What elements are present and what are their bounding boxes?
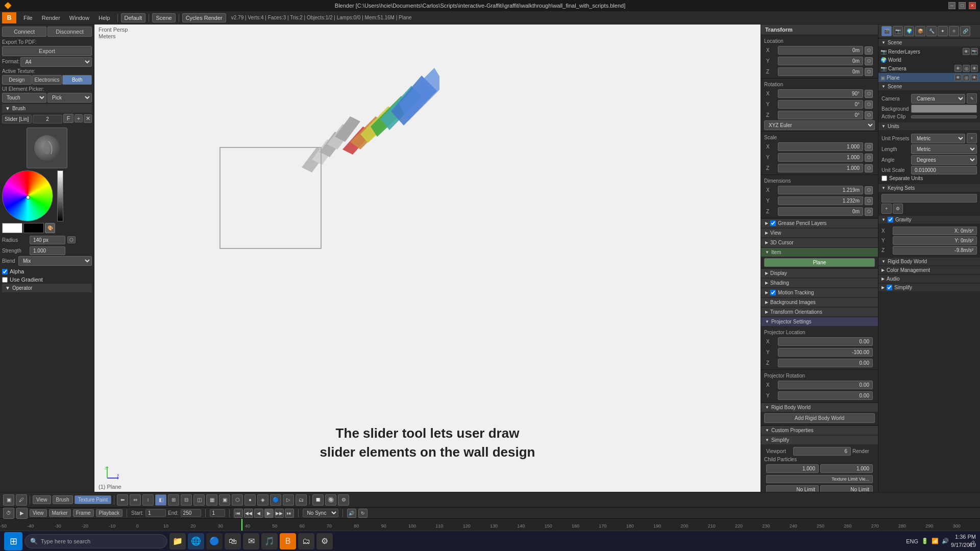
taskbar-app-edge[interactable]: 🌐 <box>188 533 204 549</box>
render-engine-selector[interactable]: Cycles Render <box>182 13 226 22</box>
grav-x-field[interactable]: X: 0m/s² <box>893 227 977 235</box>
item-plane-field[interactable]: Plane <box>764 258 875 267</box>
units-collapse[interactable]: ▼ Units <box>878 122 980 130</box>
tool-2-icon[interactable]: ⇔ <box>130 494 141 506</box>
shading-collapse[interactable]: ▶ Shading <box>761 279 878 287</box>
dim-z-field[interactable]: 0m <box>778 207 863 216</box>
scale-y-field[interactable]: 1.000 <box>778 153 863 162</box>
operator-section-header[interactable]: ▼ Operator <box>2 284 92 292</box>
grease-pencil-layers-collapse[interactable]: ▶ Grease Pencil Layers <box>761 219 878 228</box>
render-layers-icon[interactable]: 📷 <box>893 26 903 36</box>
simplify-cb[interactable] <box>887 285 892 290</box>
tl-marker-btn[interactable]: Marker <box>49 509 71 517</box>
rot-z-icon[interactable]: ⬡ <box>865 111 873 119</box>
grav-y-field[interactable]: Y: 0m/s² <box>893 236 977 245</box>
brush-section-header[interactable]: ▼ Brush <box>2 104 92 113</box>
radius-field[interactable]: 140 px <box>30 236 65 244</box>
scene-tab-icon[interactable]: 🎬 <box>881 26 892 36</box>
radius-icon[interactable]: ⬡ <box>67 236 76 243</box>
start-button[interactable]: ⊞ <box>4 532 22 550</box>
menu-render[interactable]: Render <box>38 14 64 22</box>
tool-9-icon[interactable]: ▣ <box>219 494 230 506</box>
taskbar-app-media[interactable]: 🎵 <box>261 533 278 549</box>
strength-field[interactable]: 1.000 <box>30 246 65 255</box>
tool-14-icon[interactable]: ▷ <box>283 494 294 506</box>
rot-x-icon[interactable]: ⬡ <box>865 90 873 98</box>
projector-settings-collapse[interactable]: ▼ Projector Settings <box>761 317 878 326</box>
brightness-slider[interactable] <box>57 170 63 221</box>
color-wheel-dot[interactable] <box>26 195 30 199</box>
ks-add-icon[interactable]: + <box>881 204 892 214</box>
taskbar-app-chrome[interactable]: 🔵 <box>206 533 223 549</box>
item-collapse[interactable]: ▼ Item <box>761 248 878 257</box>
tab-electronics[interactable]: Electronics <box>32 75 62 85</box>
particles-icon[interactable]: ✦ <box>938 26 948 36</box>
rl-cam-icon[interactable]: 📷 <box>971 48 978 55</box>
scale-x-icon[interactable]: ⬡ <box>865 143 873 151</box>
tool-13-icon[interactable]: 🔵 <box>270 494 281 506</box>
motion-tracking-collapse[interactable]: ▶ Motion Tracking <box>761 288 878 297</box>
loc-x-icon[interactable]: ⬡ <box>865 46 873 55</box>
rotation-mode-select[interactable]: XYZ Euler <box>764 120 875 130</box>
plane-vis-icon[interactable]: 👁 <box>971 74 978 81</box>
plane-eye-icon[interactable]: 👁 <box>954 74 962 81</box>
constraints-icon[interactable]: 🔗 <box>960 26 970 36</box>
tool-8-icon[interactable]: ▦ <box>206 494 217 506</box>
custom-props-collapse[interactable]: ▼ Custom Properties <box>761 426 878 435</box>
vp-num[interactable]: 6 <box>793 447 851 456</box>
scene-props-collapse[interactable]: ▼ Scene <box>878 83 980 90</box>
scale-x-field[interactable]: 1.000 <box>778 142 863 151</box>
taskbar-app-misc2[interactable]: ⚙ <box>316 533 333 549</box>
us-field[interactable]: 0.010000 <box>911 166 977 174</box>
timeline-ruler[interactable]: -50-40-30-20-100102030405060708090100110… <box>0 519 980 531</box>
color-mgmt-collapse[interactable]: ▶ Color Management <box>878 266 980 274</box>
angle-select[interactable]: Degrees <box>911 155 977 165</box>
proj-rot-x-field[interactable]: 0.00 <box>778 381 873 389</box>
color-picker-icon[interactable]: 🎨 <box>45 223 55 233</box>
brush-num-field[interactable]: 2 <box>33 115 62 123</box>
pick-select[interactable]: Pick <box>47 93 92 103</box>
tool-6-icon[interactable]: ⊟ <box>181 494 192 506</box>
dim-y-icon[interactable]: ⬡ <box>865 197 873 205</box>
tool-7-icon[interactable]: ◫ <box>193 494 205 506</box>
minimize-button[interactable]: ─ <box>948 2 955 9</box>
taskbar-app-blender[interactable]: B <box>280 533 296 549</box>
rot-y-icon[interactable]: ⬡ <box>865 101 873 109</box>
object-icon[interactable]: 📦 <box>915 26 925 36</box>
loc-y-icon[interactable]: ⬡ <box>865 57 873 65</box>
transform-orientations-collapse[interactable]: ▶ Transform Orientations <box>761 308 878 316</box>
play-back-btn[interactable]: ◀ <box>254 509 263 518</box>
rot-y-field[interactable]: 0° <box>778 100 863 109</box>
tl-view-btn[interactable]: View <box>30 509 47 517</box>
proj-y-field[interactable]: -100.00 <box>778 348 873 357</box>
keying-sets-input[interactable] <box>881 194 977 203</box>
touch-select[interactable]: Touch <box>2 93 46 103</box>
tl-frame-btn[interactable]: Frame <box>73 509 94 517</box>
mt-checkbox[interactable] <box>770 290 776 295</box>
jump-start-btn[interactable]: ⏮ <box>234 509 243 518</box>
3dcursor-collapse[interactable]: ▶ 3D Cursor <box>761 238 878 247</box>
step-forward-btn[interactable]: ▶▶ <box>275 509 284 518</box>
tool-12-icon[interactable]: ◈ <box>257 494 268 506</box>
tool-5-icon[interactable]: ⊞ <box>168 494 179 506</box>
export-button[interactable]: Export <box>2 46 92 56</box>
tex-limit-1[interactable]: Texture Limit Vie... <box>766 475 873 483</box>
tab-both[interactable]: Both <box>62 75 92 85</box>
loc-x-field[interactable]: 0m <box>778 46 863 55</box>
grav-z-field[interactable]: -9.8m/s² <box>893 246 977 255</box>
connect-button[interactable]: Connect <box>2 27 46 37</box>
dim-x-field[interactable]: 1.219m <box>778 186 863 194</box>
menu-file[interactable]: File <box>19 14 37 22</box>
simplify-collapse2[interactable]: ▶ Simplify <box>878 284 980 291</box>
start-input[interactable] <box>145 509 166 517</box>
tool-10-icon[interactable]: ⬡ <box>232 494 243 506</box>
menu-help[interactable]: Help <box>94 14 114 22</box>
play-btn[interactable]: ▶ <box>264 509 274 518</box>
plane-sel-icon[interactable]: ◎ <box>963 74 970 81</box>
physics-icon[interactable]: ⚛ <box>949 26 959 36</box>
bg-images-collapse[interactable]: ▶ Background Images <box>761 298 878 307</box>
taskbar-app-mail[interactable]: ✉ <box>243 533 259 549</box>
brush-del-btn[interactable]: ✕ <box>84 114 92 123</box>
proj-x-field[interactable]: 0.00 <box>778 337 873 346</box>
screen-layout-selector[interactable]: Default <box>121 13 146 22</box>
